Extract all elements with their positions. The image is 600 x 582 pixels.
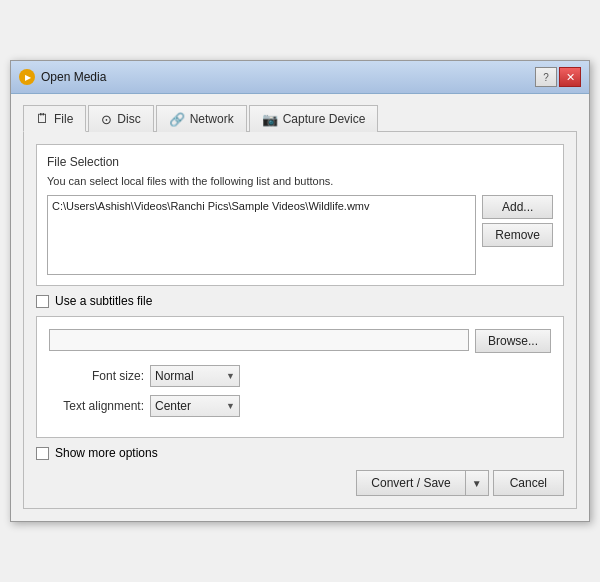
browse-button[interactable]: Browse... <box>475 329 551 353</box>
tab-file-label: File <box>54 112 73 126</box>
subtitle-input-row: Browse... <box>49 329 551 353</box>
help-button[interactable]: ? <box>535 67 557 87</box>
text-alignment-select[interactable]: Center ▼ <box>150 395 240 417</box>
tab-network-label: Network <box>190 112 234 126</box>
convert-save-group: Convert / Save ▼ <box>356 470 488 496</box>
file-selection-desc: You can select local files with the foll… <box>47 175 553 187</box>
capture-tab-icon: 📷 <box>262 112 278 127</box>
add-button[interactable]: Add... <box>482 195 553 219</box>
file-selection-title: File Selection <box>47 155 553 169</box>
open-media-window: Open Media ? ✕ 🗒 File ⊙ Disc 🔗 Network 📷 <box>10 60 590 522</box>
font-size-select[interactable]: Normal ▼ <box>150 365 240 387</box>
text-alignment-arrow-icon: ▼ <box>226 401 235 411</box>
subtitle-section: Browse... Font size: Normal ▼ Text align… <box>36 316 564 438</box>
remove-button[interactable]: Remove <box>482 223 553 247</box>
file-path: C:\Users\Ashish\Videos\Ranchi Pics\Sampl… <box>52 200 370 212</box>
text-alignment-row: Text alignment: Center ▼ <box>49 395 551 417</box>
text-alignment-value: Center <box>155 399 191 413</box>
cancel-button[interactable]: Cancel <box>493 470 564 496</box>
font-size-label: Font size: <box>59 369 144 383</box>
file-list[interactable]: C:\Users\Ashish\Videos\Ranchi Pics\Sampl… <box>47 195 476 275</box>
file-selection-box: File Selection You can select local file… <box>36 144 564 286</box>
window-content: 🗒 File ⊙ Disc 🔗 Network 📷 Capture Device… <box>11 94 589 521</box>
convert-save-button[interactable]: Convert / Save <box>356 470 464 496</box>
show-more-checkbox[interactable] <box>36 447 49 460</box>
subtitle-checkbox-row: Use a subtitles file <box>36 294 564 308</box>
main-content: File Selection You can select local file… <box>23 132 577 509</box>
convert-save-dropdown-button[interactable]: ▼ <box>465 470 489 496</box>
font-size-arrow-icon: ▼ <box>226 371 235 381</box>
show-more-label: Show more options <box>55 446 158 460</box>
disc-tab-icon: ⊙ <box>101 112 112 127</box>
tab-disc-label: Disc <box>117 112 140 126</box>
file-tab-icon: 🗒 <box>36 111 49 126</box>
close-button[interactable]: ✕ <box>559 67 581 87</box>
tab-disc[interactable]: ⊙ Disc <box>88 105 153 132</box>
font-size-value: Normal <box>155 369 194 383</box>
font-size-row: Font size: Normal ▼ <box>49 365 551 387</box>
subtitle-checkbox-label: Use a subtitles file <box>55 294 152 308</box>
title-bar-left: Open Media <box>19 69 106 85</box>
network-tab-icon: 🔗 <box>169 112 185 127</box>
text-alignment-label: Text alignment: <box>59 399 144 413</box>
subtitle-file-input[interactable] <box>49 329 469 351</box>
window-title: Open Media <box>41 70 106 84</box>
tab-bar: 🗒 File ⊙ Disc 🔗 Network 📷 Capture Device <box>23 104 577 132</box>
file-buttons: Add... Remove <box>482 195 553 247</box>
file-row: C:\Users\Ashish\Videos\Ranchi Pics\Sampl… <box>47 195 553 275</box>
vlc-icon <box>19 69 35 85</box>
subtitle-checkbox[interactable] <box>36 295 49 308</box>
tab-capture-label: Capture Device <box>283 112 366 126</box>
title-bar: Open Media ? ✕ <box>11 61 589 94</box>
action-buttons: Convert / Save ▼ Cancel <box>36 470 564 496</box>
tab-capture[interactable]: 📷 Capture Device <box>249 105 379 132</box>
tab-network[interactable]: 🔗 Network <box>156 105 247 132</box>
tab-file[interactable]: 🗒 File <box>23 105 86 132</box>
show-more-row: Show more options <box>36 446 564 460</box>
title-buttons: ? ✕ <box>535 67 581 87</box>
